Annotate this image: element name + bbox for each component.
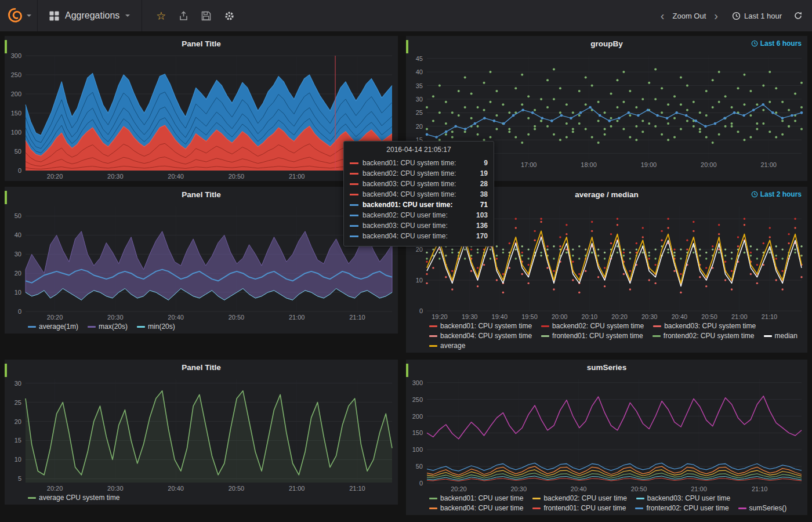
svg-text:0: 0 bbox=[419, 480, 423, 487]
legend-item[interactable]: min(20s) bbox=[137, 322, 175, 331]
legend-series-swatch bbox=[137, 326, 145, 328]
legend-item[interactable]: average(1m) bbox=[28, 322, 78, 331]
panel-title[interactable]: average / median bbox=[575, 190, 639, 199]
svg-text:10: 10 bbox=[14, 289, 21, 296]
panel-avg-cpu: Panel Title5101520253020:2020:3020:4020:… bbox=[5, 360, 398, 505]
svg-text:20:50: 20:50 bbox=[229, 314, 245, 321]
zoom-out-button[interactable]: Zoom Out bbox=[672, 12, 706, 20]
tooltip-row: backend03: CPU user time:136 bbox=[350, 220, 488, 231]
legend-series-swatch bbox=[532, 498, 541, 499]
graph-canvas-avg-cpu[interactable]: 5101520253020:2020:3020:4020:5021:0021:1… bbox=[5, 375, 398, 493]
legend-item[interactable]: backend02: CPU user time bbox=[532, 494, 626, 502]
panel-title[interactable]: Panel Title bbox=[182, 39, 220, 48]
svg-text:40: 40 bbox=[14, 231, 21, 238]
svg-text:19:20: 19:20 bbox=[432, 313, 448, 320]
panel-title[interactable]: Panel Title bbox=[182, 190, 220, 199]
tooltip-series-value: 103 bbox=[473, 210, 488, 220]
svg-text:300: 300 bbox=[412, 379, 423, 386]
tooltip-rows: backend01: CPU system time:9backend02: C… bbox=[350, 158, 488, 241]
tooltip-row: backend01: CPU system time:9 bbox=[350, 158, 488, 168]
svg-text:30: 30 bbox=[14, 380, 21, 387]
grafana-logo[interactable] bbox=[0, 0, 38, 31]
legend-item[interactable]: backend03: CPU system time bbox=[653, 322, 756, 330]
legend-item[interactable]: backend04: CPU user time bbox=[429, 504, 523, 512]
graph-canvas-sumseries[interactable]: 05010015020025030020:2020:3020:4020:5021… bbox=[406, 375, 807, 494]
dashboard-actions: ☆ bbox=[156, 10, 235, 21]
tooltip-series-label: backend03: CPU system time: bbox=[362, 179, 469, 189]
svg-text:0: 0 bbox=[18, 308, 21, 315]
dashboard-picker[interactable]: Aggregations bbox=[38, 0, 142, 31]
svg-text:20: 20 bbox=[416, 246, 423, 253]
legend-series-label: sumSeries() bbox=[749, 504, 787, 512]
legend-series-swatch bbox=[652, 335, 661, 337]
legend-item[interactable]: average bbox=[429, 342, 465, 350]
share-button[interactable] bbox=[179, 11, 188, 21]
panel-stacked-cpu: Panel Title05010015020025030020:2020:302… bbox=[5, 36, 398, 181]
svg-text:30: 30 bbox=[14, 251, 21, 258]
svg-text:21:10: 21:10 bbox=[349, 485, 365, 492]
time-range-picker[interactable]: Last 1 hour bbox=[732, 12, 782, 20]
svg-text:21:00: 21:00 bbox=[731, 313, 748, 320]
legend-series-swatch bbox=[88, 326, 96, 328]
legend-item[interactable]: backend01: CPU user time bbox=[429, 494, 523, 502]
legend-series-label: min(20s) bbox=[148, 322, 175, 331]
legend-item[interactable]: average CPU system time bbox=[28, 494, 119, 502]
legend-item[interactable]: backend02: CPU system time bbox=[541, 322, 644, 330]
panel-header: Panel Title bbox=[5, 187, 398, 202]
time-shift-forward-button[interactable]: › bbox=[713, 10, 719, 21]
legend-item[interactable]: median bbox=[764, 332, 798, 340]
legend-item[interactable]: sumSeries() bbox=[738, 504, 787, 512]
legend-item[interactable]: frontend02: CPU system time bbox=[652, 332, 755, 340]
svg-text:25: 25 bbox=[14, 399, 21, 406]
panel-time-override-badge[interactable]: Last 6 hours bbox=[751, 39, 802, 48]
dashboard-caret-icon bbox=[125, 14, 130, 19]
svg-text:21:10: 21:10 bbox=[762, 313, 778, 320]
settings-button[interactable] bbox=[224, 10, 235, 21]
legend-series-label: frontend02: CPU system time bbox=[664, 332, 755, 340]
legend-item[interactable]: backend04: CPU system time bbox=[429, 332, 532, 340]
legend-item[interactable]: max(20s) bbox=[88, 322, 128, 331]
tooltip-row: backend02: CPU user time:103 bbox=[350, 210, 488, 220]
svg-text:20:40: 20:40 bbox=[168, 314, 184, 321]
panel-legend: backend01: CPU system timebackend02: CPU… bbox=[406, 321, 807, 353]
panel-title[interactable]: groupBy bbox=[590, 39, 623, 48]
panel-title[interactable]: sumSeries bbox=[587, 363, 626, 372]
legend-series-label: frontend02: CPU user time bbox=[646, 504, 728, 512]
graph-tooltip: 2016-04-14 21:05:17 backend01: CPU syste… bbox=[343, 141, 494, 246]
graph-canvas-avg-max-min[interactable]: 0102030405020:2020:3020:4020:5021:0021:1… bbox=[5, 202, 398, 322]
legend-series-swatch bbox=[764, 335, 772, 337]
panel-title[interactable]: Panel Title bbox=[182, 363, 220, 372]
save-button[interactable] bbox=[201, 11, 211, 21]
legend-item[interactable]: frontend02: CPU user time bbox=[635, 504, 728, 512]
panel-time-override-badge[interactable]: Last 2 hours bbox=[751, 190, 802, 198]
time-shift-back-button[interactable]: ‹ bbox=[659, 10, 666, 21]
svg-text:200: 200 bbox=[11, 90, 21, 97]
legend-item[interactable]: frontend01: CPU system time bbox=[541, 332, 643, 340]
svg-text:0: 0 bbox=[419, 307, 423, 314]
tooltip-series-label: backend04: CPU user time: bbox=[362, 231, 469, 241]
legend-series-swatch bbox=[429, 345, 437, 347]
navbar: Aggregations ☆ ‹ Zoom Out bbox=[0, 0, 812, 31]
tooltip-row: backend04: CPU system time:38 bbox=[350, 189, 488, 200]
legend-item[interactable]: backend01: CPU system time bbox=[429, 322, 532, 330]
svg-text:21:00: 21:00 bbox=[289, 314, 305, 321]
svg-text:0: 0 bbox=[18, 167, 21, 174]
svg-text:20:20: 20:20 bbox=[611, 313, 628, 320]
panel-legend: average CPU system time bbox=[5, 493, 398, 505]
panel-time-override-label: Last 6 hours bbox=[760, 39, 802, 48]
star-button[interactable]: ☆ bbox=[156, 10, 166, 21]
svg-text:50: 50 bbox=[14, 212, 21, 219]
tooltip-series-label: backend03: CPU user time: bbox=[362, 220, 469, 231]
graph-canvas-stacked-cpu[interactable]: 05010015020025030020:2020:3020:4020:5021… bbox=[5, 51, 398, 181]
legend-series-swatch bbox=[738, 507, 746, 509]
svg-text:10: 10 bbox=[416, 277, 423, 284]
series-color-dash bbox=[350, 183, 358, 185]
legend-item[interactable]: backend03: CPU user time bbox=[636, 494, 730, 502]
dashboards-grid-icon bbox=[49, 11, 59, 21]
legend-series-swatch bbox=[653, 325, 661, 327]
series-color-dash bbox=[350, 225, 358, 227]
svg-text:100: 100 bbox=[412, 446, 423, 453]
legend-item[interactable]: frontend01: CPU user time bbox=[532, 504, 626, 512]
refresh-button[interactable] bbox=[793, 11, 803, 20]
panel-legend: average(1m)max(20s)min(20s) bbox=[5, 322, 398, 334]
